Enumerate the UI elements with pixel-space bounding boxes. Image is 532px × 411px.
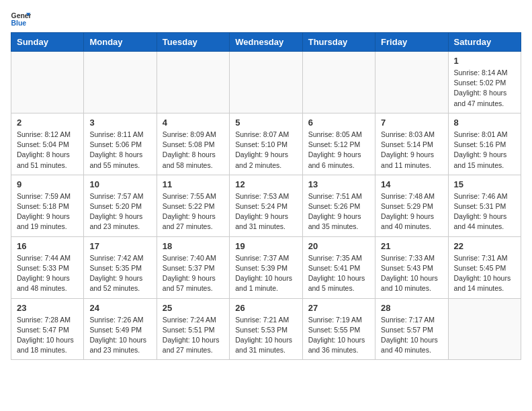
calendar-cell: 11Sunrise: 7:55 AM Sunset: 5:22 PM Dayli…: [157, 175, 229, 236]
calendar-cell: 9Sunrise: 7:59 AM Sunset: 5:18 PM Daylig…: [11, 175, 84, 236]
day-detail: Sunrise: 8:09 AM Sunset: 5:08 PM Dayligh…: [163, 130, 224, 171]
day-detail: Sunrise: 7:35 AM Sunset: 5:41 PM Dayligh…: [308, 253, 369, 294]
day-detail: Sunrise: 8:05 AM Sunset: 5:12 PM Dayligh…: [308, 130, 369, 171]
header-day-monday: Monday: [84, 33, 157, 52]
day-number: 13: [308, 179, 369, 189]
calendar-header-row: SundayMondayTuesdayWednesdayThursdayFrid…: [11, 33, 521, 52]
calendar-cell: 20Sunrise: 7:35 AM Sunset: 5:41 PM Dayli…: [302, 236, 375, 298]
calendar-cell: 24Sunrise: 7:26 AM Sunset: 5:49 PM Dayli…: [84, 298, 157, 360]
day-number: 9: [17, 179, 78, 189]
calendar-cell: 4Sunrise: 8:09 AM Sunset: 5:08 PM Daylig…: [157, 113, 229, 175]
calendar-cell: 17Sunrise: 7:42 AM Sunset: 5:35 PM Dayli…: [84, 236, 157, 298]
day-number: 21: [381, 241, 442, 251]
week-row-1: 1Sunrise: 8:14 AM Sunset: 5:02 PM Daylig…: [11, 52, 521, 113]
logo: General Blue: [11, 11, 34, 27]
day-detail: Sunrise: 7:19 AM Sunset: 5:55 PM Dayligh…: [308, 315, 369, 356]
day-number: 19: [235, 241, 296, 251]
header-day-saturday: Saturday: [448, 33, 521, 52]
day-number: 7: [381, 118, 442, 128]
calendar-cell: 8Sunrise: 8:01 AM Sunset: 5:16 PM Daylig…: [448, 113, 521, 175]
calendar-cell: 28Sunrise: 7:17 AM Sunset: 5:57 PM Dayli…: [375, 298, 448, 360]
calendar-cell: 26Sunrise: 7:21 AM Sunset: 5:53 PM Dayli…: [230, 298, 302, 360]
calendar-cell: 27Sunrise: 7:19 AM Sunset: 5:55 PM Dayli…: [302, 298, 375, 360]
day-detail: Sunrise: 7:42 AM Sunset: 5:35 PM Dayligh…: [89, 253, 150, 294]
calendar-cell: [302, 52, 375, 113]
day-number: 3: [89, 118, 150, 128]
day-detail: Sunrise: 8:12 AM Sunset: 5:04 PM Dayligh…: [17, 130, 78, 171]
calendar-cell: 6Sunrise: 8:05 AM Sunset: 5:12 PM Daylig…: [302, 113, 375, 175]
week-row-5: 23Sunrise: 7:28 AM Sunset: 5:47 PM Dayli…: [11, 298, 521, 360]
calendar-cell: 10Sunrise: 7:57 AM Sunset: 5:20 PM Dayli…: [84, 175, 157, 236]
day-detail: Sunrise: 8:03 AM Sunset: 5:14 PM Dayligh…: [381, 130, 442, 171]
day-number: 22: [454, 241, 515, 251]
day-number: 27: [308, 303, 369, 313]
week-row-3: 9Sunrise: 7:59 AM Sunset: 5:18 PM Daylig…: [11, 175, 521, 236]
day-detail: Sunrise: 7:59 AM Sunset: 5:18 PM Dayligh…: [17, 191, 78, 232]
day-number: 11: [163, 179, 224, 189]
day-detail: Sunrise: 8:14 AM Sunset: 5:02 PM Dayligh…: [454, 68, 515, 109]
calendar: SundayMondayTuesdayWednesdayThursdayFrid…: [11, 32, 521, 360]
calendar-cell: [157, 52, 229, 113]
day-detail: Sunrise: 7:17 AM Sunset: 5:57 PM Dayligh…: [381, 315, 442, 356]
calendar-cell: [11, 52, 84, 113]
calendar-cell: 15Sunrise: 7:46 AM Sunset: 5:31 PM Dayli…: [448, 175, 521, 236]
calendar-cell: [230, 52, 302, 113]
logo-icon: General Blue: [11, 11, 31, 27]
day-number: 16: [17, 241, 78, 251]
calendar-cell: 18Sunrise: 7:40 AM Sunset: 5:37 PM Dayli…: [157, 236, 229, 298]
calendar-cell: 14Sunrise: 7:48 AM Sunset: 5:29 PM Dayli…: [375, 175, 448, 236]
header-day-friday: Friday: [375, 33, 448, 52]
day-detail: Sunrise: 7:51 AM Sunset: 5:26 PM Dayligh…: [308, 191, 369, 232]
calendar-cell: 19Sunrise: 7:37 AM Sunset: 5:39 PM Dayli…: [230, 236, 302, 298]
day-detail: Sunrise: 7:21 AM Sunset: 5:53 PM Dayligh…: [235, 315, 296, 356]
calendar-cell: 23Sunrise: 7:28 AM Sunset: 5:47 PM Dayli…: [11, 298, 84, 360]
calendar-cell: 13Sunrise: 7:51 AM Sunset: 5:26 PM Dayli…: [302, 175, 375, 236]
day-detail: Sunrise: 8:11 AM Sunset: 5:06 PM Dayligh…: [89, 130, 150, 171]
day-detail: Sunrise: 7:37 AM Sunset: 5:39 PM Dayligh…: [235, 253, 296, 294]
svg-text:Blue: Blue: [11, 19, 27, 27]
day-detail: Sunrise: 7:24 AM Sunset: 5:51 PM Dayligh…: [163, 315, 224, 356]
calendar-cell: 5Sunrise: 8:07 AM Sunset: 5:10 PM Daylig…: [230, 113, 302, 175]
day-detail: Sunrise: 7:28 AM Sunset: 5:47 PM Dayligh…: [17, 315, 78, 356]
day-detail: Sunrise: 7:55 AM Sunset: 5:22 PM Dayligh…: [163, 191, 224, 232]
calendar-cell: 22Sunrise: 7:31 AM Sunset: 5:45 PM Dayli…: [448, 236, 521, 298]
day-number: 25: [163, 303, 224, 313]
day-detail: Sunrise: 7:40 AM Sunset: 5:37 PM Dayligh…: [163, 253, 224, 294]
header-day-tuesday: Tuesday: [157, 33, 229, 52]
calendar-cell: 21Sunrise: 7:33 AM Sunset: 5:43 PM Dayli…: [375, 236, 448, 298]
header-day-wednesday: Wednesday: [230, 33, 302, 52]
calendar-cell: 16Sunrise: 7:44 AM Sunset: 5:33 PM Dayli…: [11, 236, 84, 298]
day-number: 8: [454, 118, 515, 128]
day-number: 5: [235, 118, 296, 128]
day-number: 15: [454, 179, 515, 189]
day-number: 6: [308, 118, 369, 128]
day-number: 4: [163, 118, 224, 128]
calendar-cell: 2Sunrise: 8:12 AM Sunset: 5:04 PM Daylig…: [11, 113, 84, 175]
calendar-cell: [375, 52, 448, 113]
calendar-cell: 1Sunrise: 8:14 AM Sunset: 5:02 PM Daylig…: [448, 52, 521, 113]
calendar-cell: 7Sunrise: 8:03 AM Sunset: 5:14 PM Daylig…: [375, 113, 448, 175]
week-row-4: 16Sunrise: 7:44 AM Sunset: 5:33 PM Dayli…: [11, 236, 521, 298]
day-detail: Sunrise: 7:31 AM Sunset: 5:45 PM Dayligh…: [454, 253, 515, 294]
day-detail: Sunrise: 7:46 AM Sunset: 5:31 PM Dayligh…: [454, 191, 515, 232]
day-number: 23: [17, 303, 78, 313]
day-number: 24: [89, 303, 150, 313]
day-detail: Sunrise: 8:01 AM Sunset: 5:16 PM Dayligh…: [454, 130, 515, 171]
day-number: 20: [308, 241, 369, 251]
week-row-2: 2Sunrise: 8:12 AM Sunset: 5:04 PM Daylig…: [11, 113, 521, 175]
day-number: 17: [89, 241, 150, 251]
calendar-cell: [84, 52, 157, 113]
day-detail: Sunrise: 7:44 AM Sunset: 5:33 PM Dayligh…: [17, 253, 78, 294]
calendar-cell: [448, 298, 521, 360]
calendar-cell: 12Sunrise: 7:53 AM Sunset: 5:24 PM Dayli…: [230, 175, 302, 236]
day-number: 18: [163, 241, 224, 251]
day-number: 10: [89, 179, 150, 189]
day-number: 14: [381, 179, 442, 189]
day-detail: Sunrise: 7:57 AM Sunset: 5:20 PM Dayligh…: [89, 191, 150, 232]
day-number: 1: [454, 56, 515, 66]
header-day-sunday: Sunday: [11, 33, 84, 52]
day-detail: Sunrise: 7:48 AM Sunset: 5:29 PM Dayligh…: [381, 191, 442, 232]
day-detail: Sunrise: 7:26 AM Sunset: 5:49 PM Dayligh…: [89, 315, 150, 356]
calendar-cell: 25Sunrise: 7:24 AM Sunset: 5:51 PM Dayli…: [157, 298, 229, 360]
calendar-cell: 3Sunrise: 8:11 AM Sunset: 5:06 PM Daylig…: [84, 113, 157, 175]
